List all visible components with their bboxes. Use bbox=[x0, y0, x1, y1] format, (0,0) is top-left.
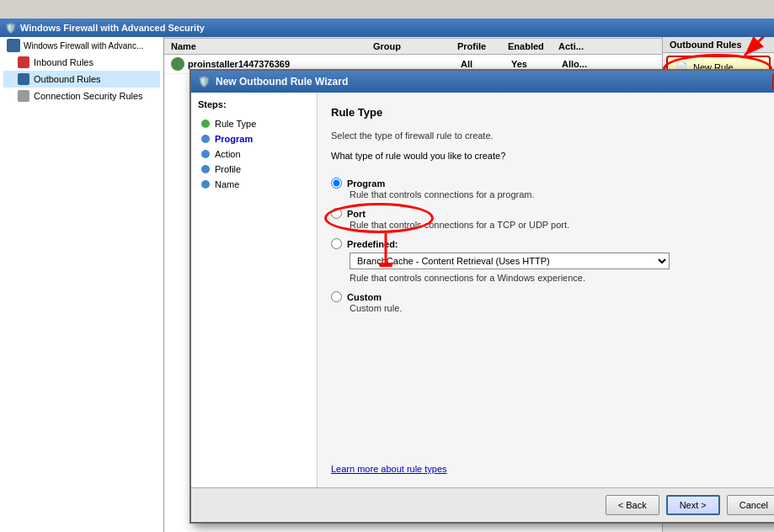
col-enabled-header: Enabled bbox=[508, 41, 558, 51]
dialog-title: New Outbound Rule Wizard bbox=[216, 76, 348, 88]
main-title-icon: 🛡️ bbox=[5, 23, 17, 34]
step-label-action: Action bbox=[215, 149, 241, 159]
row-name: proinstaller1447376369 bbox=[188, 59, 376, 69]
dialog-footer: < Back Next > Cancel bbox=[191, 487, 774, 522]
step-action[interactable]: Action bbox=[198, 146, 310, 162]
actions-subtitle: Outbound Rules bbox=[663, 37, 774, 53]
back-button[interactable]: < Back bbox=[606, 495, 659, 515]
step-dot-action bbox=[201, 150, 210, 158]
radio-group: Program Rule that controls connections f… bbox=[331, 178, 774, 313]
step-rule-type[interactable]: Rule Type bbox=[198, 116, 310, 131]
dialog-icon: 🛡️ bbox=[198, 76, 211, 88]
radio-text-program: Program bbox=[347, 178, 385, 189]
outbound-label: Outbound Rules bbox=[34, 74, 101, 84]
step-label-program: Program bbox=[215, 134, 253, 144]
radio-text-predefined: Predefined: bbox=[347, 239, 398, 249]
center-panel: Outbound Rules Name Group Profile Enable… bbox=[164, 19, 662, 532]
radio-desc-custom: Custom rule. bbox=[350, 303, 774, 313]
outbound-icon bbox=[17, 72, 30, 86]
learn-more-link[interactable]: Learn more about rule types bbox=[331, 464, 774, 474]
inbound-label: Inbound Rules bbox=[34, 57, 93, 67]
radio-input-predefined[interactable] bbox=[331, 238, 342, 249]
radio-option-predefined: Predefined: BranchCache - Content Retrie… bbox=[331, 238, 774, 283]
question-text: What type of rule would you like to crea… bbox=[331, 151, 774, 161]
col-name-header: Name bbox=[171, 41, 373, 51]
next-button[interactable]: Next > bbox=[666, 495, 720, 515]
radio-input-custom[interactable] bbox=[331, 291, 342, 302]
col-action-header: Acti... bbox=[558, 41, 601, 51]
radio-label-program[interactable]: Program bbox=[331, 178, 774, 189]
section-desc: Select the type of firewall rule to crea… bbox=[331, 130, 774, 141]
col-group-header: Group bbox=[373, 41, 457, 51]
radio-label-custom[interactable]: Custom bbox=[331, 291, 774, 302]
sidebar-item-inbound[interactable]: Inbound Rules bbox=[3, 54, 160, 71]
radio-text-port: Port bbox=[347, 209, 366, 219]
cancel-button[interactable]: Cancel bbox=[727, 495, 774, 515]
main-title-text: Windows Firewall with Advanced Security bbox=[20, 23, 205, 33]
radio-text-custom: Custom bbox=[347, 292, 382, 302]
step-name[interactable]: Name bbox=[198, 177, 310, 192]
dialog-titlebar: 🛡️ New Outbound Rule Wizard ✕ bbox=[191, 71, 774, 93]
step-label-name: Name bbox=[215, 179, 239, 189]
tree-root-label: Windows Firewall with Advanc... bbox=[24, 41, 143, 51]
row-icon bbox=[171, 57, 184, 71]
sidebar-item-outbound[interactable]: Outbound Rules bbox=[3, 71, 160, 88]
steps-title: Steps: bbox=[198, 99, 310, 109]
radio-label-predefined[interactable]: Predefined: bbox=[331, 238, 774, 249]
section-title: Rule Type bbox=[331, 106, 774, 119]
table-header: Name Group Profile Enabled Acti... bbox=[164, 39, 662, 55]
dialog-body: Steps: Rule Type Program Action bbox=[191, 93, 774, 487]
tree-area: Windows Firewall with Advanc... Inbound … bbox=[0, 34, 163, 532]
inbound-icon bbox=[17, 56, 30, 69]
left-panel: Windows Firewall with Advanc... Windows … bbox=[0, 19, 164, 532]
steps-panel: Steps: Rule Type Program Action bbox=[191, 93, 318, 487]
radio-desc-port: Rule that controls connections for a TCP… bbox=[350, 220, 774, 230]
radio-input-port[interactable] bbox=[331, 208, 342, 219]
row-profile: All bbox=[461, 59, 511, 69]
dialog-main-content: Rule Type Select the type of firewall ru… bbox=[318, 93, 774, 487]
step-profile[interactable]: Profile bbox=[198, 162, 310, 177]
predefined-select[interactable]: BranchCache - Content Retrieval (Uses HT… bbox=[350, 253, 670, 269]
step-label-profile: Profile bbox=[215, 164, 241, 174]
tree-item-root[interactable]: Windows Firewall with Advanc... bbox=[3, 37, 160, 54]
connection-label: Connection Security Rules bbox=[34, 91, 143, 101]
row-action: Allo... bbox=[562, 59, 604, 69]
radio-option-port: Port Rule that controls connections for … bbox=[331, 208, 774, 230]
col-profile-header: Profile bbox=[457, 41, 508, 51]
step-dot-rule-type bbox=[201, 120, 210, 128]
sidebar-item-connection[interactable]: Connection Security Rules bbox=[3, 88, 160, 104]
connection-icon bbox=[17, 89, 30, 103]
step-program[interactable]: Program bbox=[198, 131, 310, 146]
dialog-window: 🛡️ New Outbound Rule Wizard ✕ Steps: Rul… bbox=[189, 69, 774, 524]
step-dot-name bbox=[201, 180, 210, 189]
radio-desc-program: Rule that controls connections for a pro… bbox=[350, 189, 774, 200]
row-enabled: Yes bbox=[511, 59, 562, 69]
radio-input-program[interactable] bbox=[331, 178, 342, 189]
radio-desc-predefined: Rule that controls connections for a Win… bbox=[350, 273, 774, 283]
step-label-rule-type: Rule Type bbox=[215, 119, 256, 129]
dialog-title-left: 🛡️ New Outbound Rule Wizard bbox=[198, 76, 348, 88]
step-dot-program bbox=[201, 135, 210, 143]
step-dot-profile bbox=[201, 165, 210, 173]
fw-icon bbox=[7, 39, 20, 52]
radio-option-program: Program Rule that controls connections f… bbox=[331, 178, 774, 200]
main-titlebar: 🛡️ Windows Firewall with Advanced Securi… bbox=[0, 19, 774, 37]
radio-option-custom: Custom Custom rule. bbox=[331, 291, 774, 313]
radio-label-port[interactable]: Port bbox=[331, 208, 774, 219]
